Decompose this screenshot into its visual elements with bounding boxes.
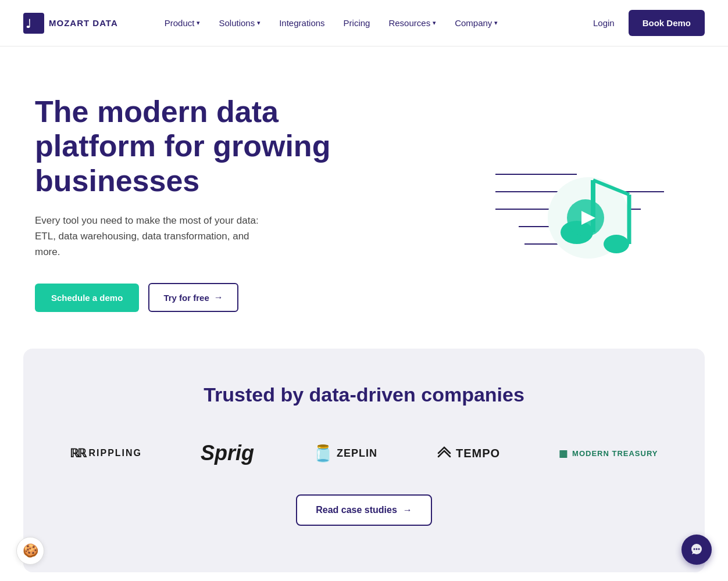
logo-text: MOZART DATA [49, 18, 118, 28]
nav-item-integrations[interactable]: Integrations [279, 18, 324, 28]
nav-item-solutions[interactable]: Solutions ▾ [219, 18, 260, 28]
read-case-studies-wrapper: Read case studies → [47, 494, 681, 526]
hero-subtext: Every tool you need to make the most of … [35, 213, 267, 260]
nav-link-solutions[interactable]: Solutions ▾ [219, 18, 260, 28]
chevron-down-icon: ▾ [494, 19, 498, 27]
trusted-container: Trusted by data-driven companies ℝℝ RIPP… [23, 349, 705, 572]
arrow-right-icon: → [403, 505, 412, 515]
navbar: ♩ MOZART DATA Product ▾ Solutions ▾ Inte… [0, 0, 728, 46]
nav-link-integrations[interactable]: Integrations [279, 18, 324, 28]
svg-text:♩: ♩ [26, 17, 31, 30]
nav-link-company[interactable]: Company ▾ [455, 18, 498, 28]
logos-row: ℝℝ RIPPLING Sprig 🫙 ZEPLIN [47, 441, 681, 465]
svg-point-10 [604, 235, 629, 253]
chevron-down-icon: ▾ [197, 19, 200, 27]
svg-point-17 [696, 548, 698, 550]
schedule-demo-button[interactable]: Schedule a demo [35, 284, 139, 312]
chat-icon [689, 542, 704, 557]
cookie-button[interactable]: 🍪 [16, 537, 44, 565]
logo-link[interactable]: ♩ MOZART DATA [23, 13, 118, 34]
trusted-section: Trusted by data-driven companies ℝℝ RIPP… [0, 349, 728, 581]
trusted-heading: Trusted by data-driven companies [47, 383, 681, 406]
tempo-icon [436, 445, 452, 461]
nav-item-company[interactable]: Company ▾ [455, 18, 498, 28]
hero-heading: The modern data platform for growing bus… [35, 95, 361, 199]
logo-zeplin: 🫙 ZEPLIN [313, 444, 377, 463]
hero-buttons: Schedule a demo Try for free → [35, 283, 361, 312]
hero-content: The modern data platform for growing bus… [35, 95, 361, 313]
logo-tempo: TEMPO [436, 445, 500, 461]
logo-modern-treasury: ▦ MODERN TREASURY [559, 448, 658, 459]
nav-item-product[interactable]: Product ▾ [165, 18, 201, 28]
nav-right: Login Book Demo [593, 10, 705, 36]
logo-sprig: Sprig [201, 441, 254, 465]
logo-rippling: ℝℝ RIPPLING [70, 446, 142, 460]
nav-item-resources[interactable]: Resources ▾ [388, 18, 436, 28]
hero-section: The modern data platform for growing bus… [0, 46, 728, 349]
read-case-studies-button[interactable]: Read case studies → [296, 494, 432, 526]
book-demo-button[interactable]: Book Demo [629, 10, 705, 36]
logo-icon: ♩ [23, 13, 44, 34]
chevron-down-icon: ▾ [433, 19, 436, 27]
nav-link-product[interactable]: Product ▾ [165, 18, 201, 28]
login-link[interactable]: Login [593, 18, 615, 28]
try-free-button[interactable]: Try for free → [148, 283, 238, 312]
nav-item-pricing[interactable]: Pricing [344, 18, 370, 28]
cookie-icon: 🍪 [23, 543, 38, 558]
nav-link-resources[interactable]: Resources ▾ [388, 18, 436, 28]
arrow-right-icon: → [214, 292, 223, 303]
nav-links: Product ▾ Solutions ▾ Integrations Prici… [165, 18, 498, 28]
chevron-down-icon: ▾ [257, 19, 260, 27]
nav-link-pricing[interactable]: Pricing [344, 18, 370, 28]
svg-point-16 [694, 548, 695, 550]
chat-button[interactable] [681, 535, 712, 565]
svg-point-18 [698, 548, 700, 550]
hero-illustration [461, 105, 693, 290]
